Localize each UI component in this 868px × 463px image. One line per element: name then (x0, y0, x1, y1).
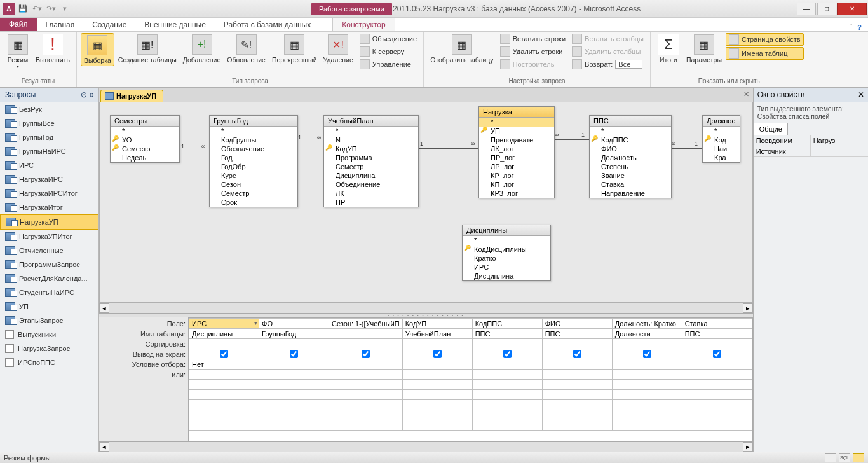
passthrough-button[interactable]: К серверу (357, 46, 419, 57)
grid-cell[interactable] (329, 349, 403, 359)
field-item[interactable]: КР_лог (479, 171, 554, 180)
field-item[interactable]: ЛК_лог (479, 144, 554, 153)
grid-cell[interactable] (329, 390, 403, 400)
field-item[interactable]: Степень (590, 162, 671, 171)
table-title[interactable]: ППС (590, 116, 671, 127)
table-box[interactable]: Нагрузка*УППреподаватеЛК_логПР_логЛР_лог… (478, 106, 555, 198)
grid-cell[interactable] (189, 370, 259, 380)
grid-cell[interactable] (259, 400, 329, 410)
grid-cell[interactable] (189, 390, 259, 400)
nav-collapse-icon[interactable]: ⊙ « (81, 90, 93, 99)
parameters-button[interactable]: ▦Параметры (684, 33, 724, 65)
minimize-button[interactable]: — (797, 3, 816, 15)
table-box[interactable]: УчебныйПлан*NКодУППрограммаСеместрДисцип… (323, 115, 419, 207)
show-checkbox[interactable] (290, 350, 298, 358)
datadefinition-button[interactable]: Управление (357, 59, 419, 70)
table-box[interactable]: Семестры*УОСеместрНедель (110, 115, 180, 163)
grid-scrollbar[interactable]: ◄ ► (99, 441, 753, 452)
crosstab-button[interactable]: ▦Перекрестный (269, 33, 320, 65)
table-title[interactable]: Дисциплины (463, 225, 550, 236)
field-item[interactable]: Объединение (324, 180, 418, 189)
showtable-button[interactable]: ▦Отобразить таблицу (428, 33, 496, 65)
grid-cell[interactable] (472, 349, 542, 359)
grid-cell[interactable] (329, 359, 403, 370)
field-item[interactable]: ЛК (324, 189, 418, 198)
save-icon[interactable]: 💾 (17, 3, 29, 15)
show-checkbox[interactable] (573, 350, 581, 358)
grid-cell[interactable] (472, 390, 542, 400)
splitter[interactable]: • • • • • • • • • • • • • • • • (99, 313, 753, 317)
grid-cell[interactable] (259, 359, 329, 370)
grid-cell[interactable] (189, 400, 259, 410)
grid-cell[interactable] (682, 370, 752, 380)
table-box[interactable]: ППС*КодППСФИОДолжностьСтепеньЗваниеСтавк… (589, 115, 672, 198)
grid-cell[interactable] (259, 339, 329, 349)
grid-cell[interactable] (472, 339, 542, 349)
table-box[interactable]: Должнос*КодНаиКра (702, 115, 740, 163)
tablenames-button[interactable]: Имена таблиц (726, 47, 804, 60)
field-item[interactable]: ПР_лог (479, 153, 554, 162)
nav-item[interactable]: Отчисленные (0, 244, 98, 258)
grid-cell[interactable] (402, 370, 472, 380)
field-item[interactable]: * (324, 127, 418, 135)
field-item[interactable]: Код (703, 135, 740, 144)
grid-cell[interactable]: Должность: Кратко (612, 319, 682, 329)
ribbon-tab-home[interactable]: Главная (37, 18, 84, 31)
grid-cell[interactable] (612, 349, 682, 359)
field-item[interactable]: * (703, 127, 740, 135)
field-item[interactable]: КодДисциплины (463, 245, 550, 254)
grid-cell[interactable] (189, 420, 259, 431)
field-item[interactable]: КП_лог (479, 180, 554, 189)
field-item[interactable]: Наи (703, 144, 740, 153)
grid-cell[interactable] (682, 420, 752, 431)
run-button[interactable]: !Выполнить (33, 33, 72, 65)
file-tab[interactable]: Файл (0, 17, 37, 31)
show-checkbox[interactable] (362, 350, 370, 358)
nav-item[interactable]: ИРСпоППС (0, 356, 98, 370)
relationship-line[interactable] (555, 139, 589, 140)
field-item[interactable]: КодППС (590, 135, 671, 144)
update-button[interactable]: ✎!Обновление (224, 33, 268, 65)
grid-cell[interactable] (472, 400, 542, 410)
table-title[interactable]: ГруппыГод (210, 116, 297, 127)
qa-dropdown-icon[interactable]: ▾ (58, 3, 71, 15)
grid-cell[interactable] (329, 339, 403, 349)
grid-cell[interactable]: ППС (682, 329, 752, 339)
delete-rows-button[interactable]: Удалить строки (498, 46, 568, 57)
field-item[interactable]: КодГруппы (210, 135, 297, 144)
field-item[interactable]: Преподавате (479, 135, 554, 144)
field-item[interactable]: * (463, 236, 550, 245)
grid-cell[interactable] (682, 339, 752, 349)
field-item[interactable]: Дисциплина (324, 171, 418, 180)
grid-columns[interactable]: ИРСФОСезон: 1-([УчебныйПКодУПКодППСФИОДо… (188, 317, 753, 441)
nav-item[interactable]: НагрузкаЗапрос (0, 342, 98, 356)
field-item[interactable]: Кра (703, 153, 740, 162)
nav-item[interactable]: ЭтапыЗапрос (0, 314, 98, 328)
grid-cell[interactable]: ФО (259, 319, 329, 329)
field-item[interactable]: КРЗ_лог (479, 189, 554, 198)
delete-button[interactable]: ✕!Удаление (321, 33, 356, 65)
grid-cell[interactable]: Должности (612, 329, 682, 339)
grid-cell[interactable] (542, 359, 612, 370)
nav-item[interactable]: НагрузкаИтог (0, 200, 98, 214)
nav-item[interactable]: НагрузкаУП (0, 214, 98, 230)
totals-button[interactable]: ΣИтоги (654, 33, 682, 65)
grid-cell[interactable] (259, 410, 329, 420)
grid-cell[interactable] (472, 420, 542, 431)
grid-cell[interactable] (612, 400, 682, 410)
propsheet-tab-general[interactable]: Общие (754, 123, 788, 135)
grid-cell[interactable] (612, 370, 682, 380)
grid-cell[interactable] (402, 400, 472, 410)
grid-cell[interactable] (402, 420, 472, 431)
grid-cell[interactable] (402, 349, 472, 359)
grid-cell[interactable] (259, 349, 329, 359)
grid-cell[interactable] (189, 410, 259, 420)
field-item[interactable]: Срок (210, 198, 297, 207)
document-tab[interactable]: НагрузкаУП (100, 90, 163, 102)
append-button[interactable]: +!Добавление (180, 33, 224, 65)
table-title[interactable]: Должнос (703, 116, 740, 127)
maketable-button[interactable]: ▦!Создание таблицы (116, 33, 179, 65)
grid-cell[interactable] (189, 380, 259, 390)
nav-item[interactable]: НагрузкаИРС (0, 172, 98, 186)
nav-header[interactable]: Запросы ⊙ « (0, 88, 98, 102)
